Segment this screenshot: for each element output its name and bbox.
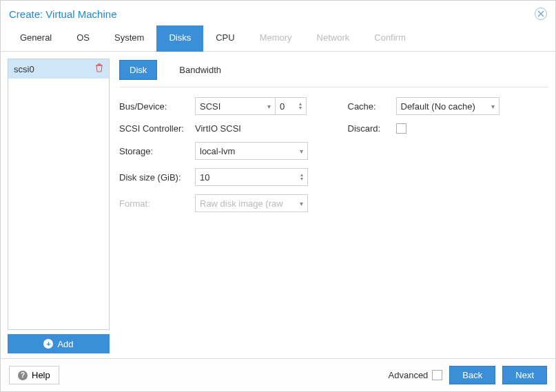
help-button[interactable]: ? Help <box>9 366 59 384</box>
scsi-controller-value: VirtIO SCSI <box>195 123 241 134</box>
tab-os[interactable]: OS <box>64 25 102 51</box>
back-button[interactable]: Back <box>449 366 495 384</box>
discard-checkbox[interactable] <box>396 123 406 134</box>
tab-confirm: Confirm <box>362 25 418 51</box>
wizard-tabs: General OS System Disks CPU Memory Netwo… <box>1 25 555 52</box>
chevron-down-icon: ▾ <box>267 103 271 110</box>
help-label: Help <box>32 370 50 380</box>
disk-list-item[interactable]: scsi0 <box>8 59 109 79</box>
disk-size-input[interactable]: 10 ▴▾ <box>195 168 308 186</box>
tab-network: Network <box>305 25 362 51</box>
bus-select[interactable]: SCSI ▾ <box>195 97 275 115</box>
device-number-input[interactable]: 0 ▴▾ <box>275 97 307 115</box>
add-disk-button[interactable]: + Add <box>8 334 110 353</box>
device-value: 0 <box>280 101 285 112</box>
close-icon[interactable] <box>535 8 547 20</box>
format-select: Raw disk image (raw ▾ <box>195 194 308 212</box>
add-disk-label: Add <box>57 339 73 349</box>
tab-system[interactable]: System <box>102 25 156 51</box>
dialog-title: Create: Virtual Machine <box>9 8 116 20</box>
cache-value: Default (No cache) <box>401 101 475 112</box>
disk-size-label: Disk size (GiB): <box>119 172 195 183</box>
tab-cpu[interactable]: CPU <box>203 25 247 51</box>
advanced-label: Advanced <box>389 370 429 380</box>
spinner-icon: ▴▾ <box>299 102 302 110</box>
trash-icon[interactable] <box>95 63 103 74</box>
spinner-icon: ▴▾ <box>300 173 303 181</box>
storage-select[interactable]: local-lvm ▾ <box>195 142 308 160</box>
storage-label: Storage: <box>119 146 195 156</box>
scsi-controller-label: SCSI Controller: <box>119 123 195 134</box>
chevron-down-icon: ▾ <box>491 103 495 110</box>
storage-value: local-lvm <box>200 146 235 156</box>
discard-label: Discard: <box>348 123 396 134</box>
format-value: Raw disk image (raw <box>200 198 283 209</box>
chevron-down-icon: ▾ <box>300 200 303 207</box>
bus-device-label: Bus/Device: <box>119 101 195 112</box>
help-icon: ? <box>18 371 28 380</box>
subtab-bandwidth[interactable]: Bandwidth <box>169 61 231 79</box>
plus-icon: + <box>43 339 53 349</box>
format-label: Format: <box>119 198 195 209</box>
bus-value: SCSI <box>200 101 220 112</box>
disk-size-value: 10 <box>200 172 209 183</box>
advanced-checkbox[interactable] <box>432 370 442 380</box>
subtab-disk[interactable]: Disk <box>119 60 157 80</box>
cache-label: Cache: <box>348 101 396 112</box>
disk-list: scsi0 <box>8 59 110 330</box>
tab-disks[interactable]: Disks <box>156 25 203 51</box>
chevron-down-icon: ▾ <box>300 147 303 155</box>
disk-name: scsi0 <box>14 64 34 74</box>
tab-general[interactable]: General <box>8 25 64 51</box>
next-button[interactable]: Next <box>502 366 547 384</box>
tab-memory: Memory <box>247 25 305 51</box>
cache-select[interactable]: Default (No cache) ▾ <box>396 97 500 115</box>
